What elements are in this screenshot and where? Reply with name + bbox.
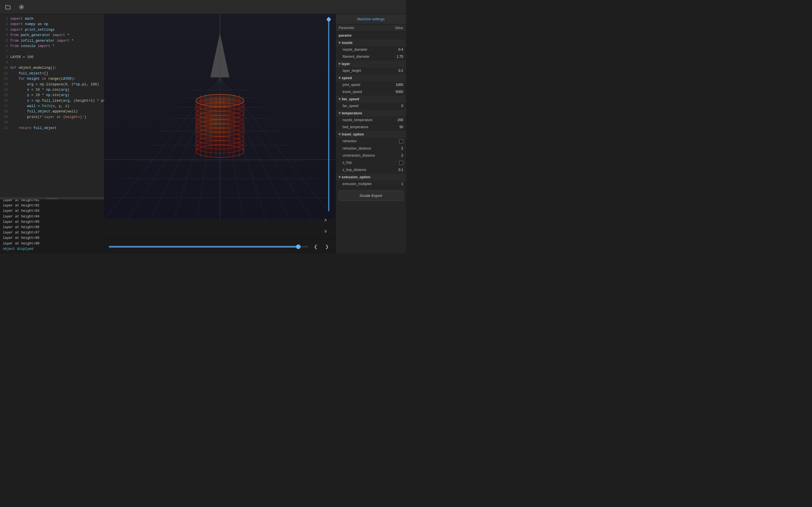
param-row: fan_speed0 [336,103,406,110]
param-section-row[interactable]: ▾fan_speed [336,96,406,103]
line-number: 14 [0,87,8,93]
layer-slider[interactable] [327,17,330,211]
open-button[interactable] [3,3,12,11]
param-key: nozzle_diameter [336,46,386,53]
param-row: layer_height0.2 [336,67,406,74]
param-key: z_hop [336,159,386,166]
code-line: full_object=[] [10,71,102,76]
param-value: 1000 [386,81,406,89]
code-line: import math [10,16,102,22]
console-line: layer at height=97 [3,230,101,235]
console-line: layer at height=91 [3,200,101,203]
layer-down-button[interactable]: ∨ [321,227,330,235]
code-line: from path_generator import * [10,33,102,38]
param-row: z_hop [336,159,406,166]
param-key: bed_temperature [336,124,386,131]
param-value: 5000 [386,89,406,96]
code-line: import numpy as np [10,22,102,27]
console-line: object displyed [3,246,101,252]
line-number: 8 [0,55,8,60]
line-number: 6 [0,44,8,49]
param-row: filament_diameter1.75 [336,53,406,60]
code-editor[interactable]: 123456789101112131415161718192021 import… [0,14,104,197]
param-key: unretraction_distance [336,152,386,159]
param-key: print_speed [336,81,386,89]
param-key: fan_speed [336,103,386,110]
code-line: arg = np.linspace(0, 2*np.pi, 100) [10,82,102,87]
code-line: x = 10 * np.cos(arg) [10,87,102,93]
layer-slider-thumb [327,17,331,21]
line-number: 11 [0,71,8,76]
code-line: z = np.full_like(arg, (height+1) * pr [10,98,102,104]
code-line: for height in range(LAYER): [10,76,102,82]
center-panel: ∧ ∨ ❮ ❯ [104,14,336,253]
param-key: layer_height [336,67,386,74]
code-line: full_object.append(wall) [10,109,102,114]
param-key: retraction_distance [336,145,386,152]
line-number: 1 [0,16,8,22]
param-row: z_hop_distance0.1 [336,166,406,173]
param-row: unretraction_distance2 [336,152,406,159]
machine-settings-title: Machine settings [336,14,406,24]
console-line: layer at height=99 [3,241,101,246]
param-section-row[interactable]: ▾travel_option [336,131,406,138]
param-key: travel_speed [336,89,386,96]
param-checkbox[interactable] [399,161,403,165]
params-body: params ▾nozzlenozzle_diameter0.4filament… [336,32,406,187]
line-number: 7 [0,49,8,54]
console-line: layer at height=98 [3,235,101,241]
param-row: retraction [336,138,406,145]
line-number: 2 [0,22,8,27]
param-value: 1 [386,180,406,187]
run-button[interactable] [17,3,26,11]
console-line: layer at height=94 [3,214,101,219]
console-panel: layer at height=91layer at height=92laye… [0,197,104,253]
param-value: 0 [386,103,406,110]
layer-up-button[interactable]: ∧ [321,216,330,224]
code-line [10,49,102,54]
line-numbers: 123456789101112131415161718192021 [0,16,10,195]
code-line: import print_settings [10,27,102,33]
param-value: 200 [386,117,406,124]
code-lines: import mathimport numpy as npimport prin… [10,16,104,195]
prev-button[interactable]: ❮ [311,242,320,251]
param-value: 50 [386,124,406,131]
param-section-row[interactable]: ▾extrusion_option [336,173,406,180]
svg-point-53 [196,94,244,107]
viewport-controls: ❮ ❯ [104,239,336,253]
line-number: 12 [0,76,8,82]
param-checkbox[interactable] [399,139,403,144]
code-line: y = 10 * np.sin(arg) [10,93,102,98]
line-number: 4 [0,33,8,38]
param-row: retraction_distance2 [336,145,406,152]
left-panel: 123456789101112131415161718192021 import… [0,14,104,253]
layer-slider-track [328,17,329,211]
param-section-row[interactable]: ▾nozzle [336,39,406,47]
params-label: params [336,32,406,39]
line-number: 3 [0,27,8,33]
line-number: 18 [0,109,8,114]
progress-slider[interactable] [109,246,308,247]
param-value [386,159,406,166]
param-row: extrusion_multiplier1 [336,180,406,187]
code-line [10,60,102,65]
param-section-row[interactable]: ▾temperature [336,110,406,117]
console-line: layer at height=95 [3,219,101,225]
line-number: 15 [0,93,8,98]
gcode-export-button[interactable]: Gcode Export [339,190,403,201]
toolbar [0,0,406,14]
code-line [10,120,102,125]
param-value: 0.1 [386,166,406,173]
code-line: print(f'layer at {height=}') [10,115,102,120]
progress-thumb [296,244,301,249]
param-row: nozzle_temperature200 [336,117,406,124]
param-section-row[interactable]: ▾layer [336,60,406,68]
param-key: z_hop_distance [336,166,386,173]
param-section-row[interactable]: ▾speed [336,74,406,82]
console-line: layer at height=93 [3,209,101,214]
next-button[interactable]: ❯ [322,242,331,251]
param-value: 1.75 [386,53,406,60]
3d-viewport[interactable]: ∧ ∨ [104,14,336,239]
param-row: bed_temperature50 [336,124,406,131]
line-number: 13 [0,82,8,87]
